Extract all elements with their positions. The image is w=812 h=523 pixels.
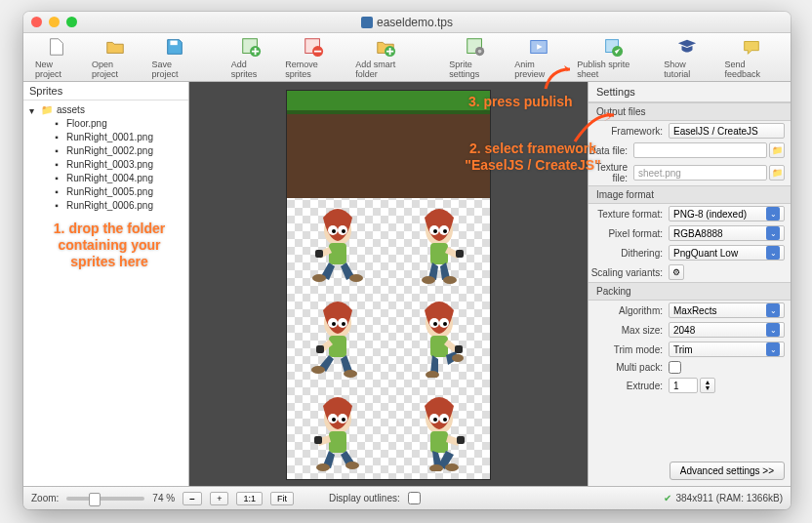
extrude-stepper[interactable]: ▲▼ [700, 378, 715, 393]
settings-panel: Settings Output files Framework:EaselJS … [588, 82, 791, 486]
file-row[interactable]: ▪RunRight_0005.png [23, 184, 188, 198]
svg-point-24 [433, 229, 437, 233]
zoom-percent: 74 % [152, 493, 175, 503]
svg-rect-29 [456, 250, 464, 258]
svg-rect-53 [329, 431, 346, 453]
svg-point-19 [349, 274, 363, 282]
svg-rect-26 [430, 243, 448, 264]
folder-icon: 📁 [41, 103, 53, 115]
zoom-window-button[interactable] [66, 17, 77, 27]
datafile-browse-button[interactable]: 📁 [769, 142, 785, 158]
svg-rect-0 [170, 40, 177, 45]
svg-point-64 [445, 463, 459, 471]
preview-canvas[interactable] [189, 82, 588, 486]
svg-point-34 [342, 322, 345, 326]
file-row[interactable]: ▪RunRight_0002.png [23, 143, 188, 157]
svg-point-52 [342, 418, 345, 422]
svg-point-42 [433, 322, 437, 326]
image-icon: ▪ [51, 131, 62, 142]
svg-point-61 [443, 418, 447, 422]
scaling-variants-button[interactable]: ⚙ [669, 264, 684, 280]
folder-row[interactable]: ▾ 📁 assets [23, 102, 188, 116]
anim-preview-button[interactable]: Anim preview [508, 36, 569, 79]
extrude-input[interactable] [669, 378, 698, 393]
svg-rect-20 [315, 250, 323, 258]
image-icon: ▪ [51, 117, 62, 129]
toolbar: New project Open project Save project Ad… [23, 33, 791, 82]
svg-point-33 [332, 322, 336, 326]
maxsize-select[interactable]: 2048⌄ [669, 322, 785, 338]
titlebar: easeldemo.tps [23, 12, 791, 33]
texturefile-browse-button[interactable]: 📁 [769, 165, 785, 181]
trimmode-select[interactable]: Trim⌄ [669, 342, 785, 357]
send-feedback-button[interactable]: Send feedback [718, 36, 785, 79]
file-row[interactable]: ▪RunRight_0006.png [23, 198, 188, 212]
svg-point-8 [477, 49, 481, 53]
show-tutorial-button[interactable]: Show tutorial [658, 36, 716, 79]
zoom-in-button[interactable]: + [210, 492, 228, 505]
save-project-button[interactable]: Save project [146, 36, 203, 79]
image-icon: ▪ [51, 172, 62, 183]
file-row[interactable]: ▪RunRight_0004.png [23, 171, 188, 184]
datafile-input[interactable] [633, 142, 767, 158]
sprite-tree[interactable]: ▾ 📁 assets ▪Floor.png ▪RunRight_0001.png… [23, 101, 188, 486]
statusbar: Zoom: 74 % ‒ + 1:1 Fit Display outlines:… [23, 486, 791, 509]
file-row[interactable]: ▪Floor.png [23, 116, 188, 130]
advanced-settings-button[interactable]: Advanced settings >> [670, 462, 785, 480]
sprites-panel: Sprites ▾ 📁 assets ▪Floor.png ▪RunRight_… [23, 82, 189, 486]
svg-point-27 [422, 276, 435, 284]
remove-sprites-button[interactable]: Remove sprites [279, 36, 347, 79]
multipack-checkbox[interactable] [669, 361, 681, 374]
svg-point-15 [332, 229, 336, 233]
svg-point-18 [312, 274, 326, 282]
svg-point-36 [311, 366, 325, 374]
pixel-format-select[interactable]: RGBA8888⌄ [669, 225, 785, 241]
packing-section: Packing [589, 282, 791, 301]
image-icon: ▪ [51, 144, 62, 156]
svg-point-28 [443, 276, 457, 284]
framework-select[interactable]: EaselJS / CreateJS [669, 123, 785, 139]
texture-format-select[interactable]: PNG-8 (indexed)⌄ [669, 206, 785, 221]
svg-rect-38 [316, 345, 324, 353]
close-window-button[interactable] [31, 17, 42, 27]
image-icon: ▪ [51, 158, 62, 170]
sprites-heading: Sprites [23, 82, 188, 101]
app-icon [361, 17, 373, 28]
svg-point-25 [443, 229, 447, 233]
add-smart-folder-button[interactable]: Add smart folder [349, 36, 421, 79]
minimize-window-button[interactable] [49, 17, 60, 27]
svg-point-51 [332, 418, 336, 422]
add-sprites-button[interactable]: Add sprites [225, 36, 278, 79]
texturefile-input[interactable] [633, 165, 767, 181]
publish-button[interactable]: Publish sprite sheet [571, 36, 654, 79]
svg-rect-56 [314, 436, 322, 444]
algorithm-select[interactable]: MaxRects⌄ [669, 302, 785, 318]
svg-point-46 [452, 354, 464, 362]
floor-sprite [287, 91, 490, 198]
zoom-out-button[interactable]: ‒ [183, 492, 202, 505]
display-outlines-checkbox[interactable] [408, 492, 421, 504]
zoom-label: Zoom: [31, 493, 59, 503]
dithering-select[interactable]: PngQuant Low⌄ [669, 245, 785, 261]
zoom-1to1-button[interactable]: 1:1 [236, 492, 263, 505]
svg-point-55 [345, 462, 359, 469]
svg-rect-62 [430, 431, 448, 453]
image-icon: ▪ [51, 185, 62, 197]
zoom-slider[interactable] [66, 497, 144, 501]
svg-point-37 [344, 370, 357, 378]
settings-heading: Settings [589, 82, 791, 102]
zoom-fit-button[interactable]: Fit [270, 492, 294, 505]
sprite-settings-button[interactable]: Sprite settings [443, 36, 507, 79]
status-info: 384x911 (RAM: 1366kB) [675, 493, 783, 503]
open-project-button[interactable]: Open project [86, 36, 144, 79]
image-icon: ▪ [51, 199, 62, 211]
new-project-button[interactable]: New project [29, 36, 84, 79]
svg-rect-65 [457, 436, 465, 444]
status-ok-icon: ✔ [664, 493, 671, 503]
svg-rect-44 [430, 336, 448, 357]
file-row[interactable]: ▪RunRight_0001.png [23, 130, 188, 143]
app-window: easeldemo.tps New project Open project S… [23, 12, 791, 509]
display-outlines-label: Display outlines: [329, 493, 400, 503]
svg-rect-47 [455, 345, 463, 353]
file-row[interactable]: ▪RunRight_0003.png [23, 157, 188, 171]
